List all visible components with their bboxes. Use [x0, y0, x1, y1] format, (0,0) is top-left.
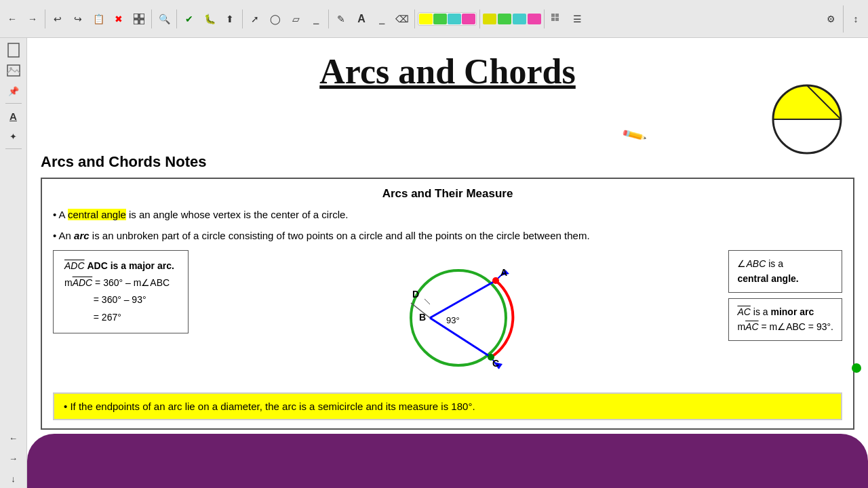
notes-heading: Arcs and Chords Notes: [41, 153, 854, 171]
svg-rect-3: [140, 20, 144, 24]
menu-button[interactable]: ☰: [568, 9, 587, 28]
grid-button[interactable]: [130, 9, 149, 28]
sidebar-image-icon[interactable]: [4, 61, 23, 80]
cursor-tool[interactable]: ➚: [245, 9, 264, 28]
angle-box: ∠ABC is a central angle.: [728, 250, 842, 293]
svg-rect-2: [134, 20, 138, 24]
shape-tool[interactable]: ▱: [286, 9, 305, 28]
svg-rect-5: [555, 14, 559, 17]
sep3: [176, 9, 177, 28]
slide-title: Arcs and Chords: [27, 52, 868, 92]
svg-rect-8: [8, 43, 19, 57]
svg-line-29: [425, 299, 430, 304]
sep4: [242, 9, 243, 28]
svg-text:93°: 93°: [446, 315, 460, 325]
svg-rect-1: [140, 14, 144, 18]
bullet2-post: is an unbroken part of a circle consisti…: [90, 230, 590, 241]
main-content: Arcs and Chords ✏️ Arcs and Chords Notes: [27, 38, 868, 488]
sb-sep2: [5, 148, 22, 149]
arc-left-line3: = 360° – 93°: [64, 291, 177, 308]
pen-tool[interactable]: ✎: [332, 9, 351, 28]
sidebar-star-icon[interactable]: ✦: [4, 127, 23, 146]
diagram-area: ADC ADC is a major arc. mADC = 360° – m∠…: [53, 250, 842, 386]
notes-section: Arcs and Chords Notes Arcs and Their Mea…: [41, 153, 854, 430]
upload-button[interactable]: ⬆: [220, 9, 239, 28]
bullet-1: • A central angle is an angle whose vert…: [53, 207, 842, 223]
bug-button[interactable]: 🐛: [200, 9, 219, 28]
sep2: [151, 9, 152, 28]
sep5: [328, 9, 329, 28]
sidebar: 📌 A ✦ ← → ↓: [0, 38, 27, 488]
nav-left-button[interactable]: ←: [4, 428, 23, 447]
right-boxes: ∠ABC is a central angle. AC is a minor a…: [728, 250, 842, 341]
zoom-button[interactable]: 🔍: [155, 9, 174, 28]
color-cyan2[interactable]: [513, 14, 526, 24]
svg-rect-4: [551, 14, 555, 17]
settings-button[interactable]: ⚙: [821, 9, 840, 28]
svg-rect-6: [551, 18, 555, 21]
bullet2-bold: arc: [74, 230, 90, 241]
nav-right-button[interactable]: →: [4, 449, 23, 468]
svg-text:B: B: [419, 312, 426, 323]
sep6: [414, 9, 415, 28]
arc-left-line4: = 267°: [64, 309, 177, 326]
sidebar-pin-icon[interactable]: 📌: [4, 81, 23, 100]
delete-button[interactable]: ✖: [109, 9, 128, 28]
sidebar-text-icon[interactable]: A: [4, 106, 23, 125]
purple-bar: [27, 434, 868, 488]
forward-button[interactable]: →: [23, 9, 42, 28]
sep7: [479, 9, 480, 28]
redo-button[interactable]: ↪: [68, 9, 87, 28]
color-group: [418, 12, 477, 26]
color-pink[interactable]: [462, 14, 475, 24]
bullet2-pre: • An: [53, 230, 74, 241]
arc-left-line2: mADC = 360° – m∠ABC: [64, 274, 177, 291]
circle-svg-diagram: A B C D 93°: [195, 250, 722, 386]
check-button[interactable]: ✔: [180, 9, 199, 28]
angle-box-line1: ∠ABC is a: [737, 256, 833, 271]
line-draw-tool[interactable]: ⎯: [372, 9, 391, 28]
line-tool[interactable]: ⎯: [307, 9, 326, 28]
svg-rect-0: [134, 14, 138, 18]
sep8: [544, 9, 545, 28]
color-yellow2[interactable]: [483, 14, 496, 24]
angle-box-line2: central angle.: [737, 271, 833, 286]
svg-rect-7: [555, 18, 559, 21]
text-tool[interactable]: A: [352, 9, 371, 28]
pencil-icon: ✏️: [620, 122, 648, 148]
copy-button[interactable]: 📋: [89, 9, 108, 28]
arc-left-line1: ADC ADC is a major arc.: [64, 258, 177, 274]
color-green2[interactable]: [498, 14, 511, 24]
color-yellow[interactable]: [419, 14, 433, 24]
svg-line-16: [430, 318, 491, 357]
svg-text:A: A: [500, 267, 507, 278]
undo-button[interactable]: ↩: [48, 9, 67, 28]
sidebar-page-icon[interactable]: [4, 41, 23, 60]
bottom-note: • If the endpoints of an arc lie on a di…: [53, 392, 842, 420]
bullet1-post: is an angle whose vertex is the center o…: [126, 209, 349, 220]
svg-text:C: C: [492, 358, 499, 369]
slide: Arcs and Chords ✏️ Arcs and Chords Notes: [27, 38, 868, 488]
nav-down-button[interactable]: ↓: [4, 469, 23, 488]
bullet1-pre: • A: [53, 209, 68, 220]
color-cyan[interactable]: [448, 14, 461, 24]
circle-tool[interactable]: ◯: [266, 9, 285, 28]
grid2-button[interactable]: [547, 9, 566, 28]
svg-line-15: [430, 281, 496, 318]
back-button[interactable]: ←: [3, 9, 22, 28]
box-header: Arcs and Their Measure: [53, 187, 842, 201]
top-circle-diagram: [766, 79, 848, 160]
erase-tool[interactable]: ⌫: [393, 9, 412, 28]
arc-right-box: AC is a minor arc mAC = m∠ABC = 93°.: [728, 298, 842, 341]
svg-point-22: [492, 277, 499, 284]
green-dot: [852, 363, 861, 373]
svg-text:D: D: [412, 289, 419, 300]
sb-sep1: [5, 103, 22, 104]
color-green[interactable]: [433, 14, 447, 24]
resize-button[interactable]: ↕: [846, 9, 865, 28]
toolbar: ← → ↩ ↪ 📋 ✖ 🔍 ✔ 🐛 ⬆ ➚ ◯ ▱ ⎯ ✎ A ⎯ ⌫ ☰ ⚙ …: [0, 0, 868, 38]
color-pink2[interactable]: [528, 14, 541, 24]
content-box: Arcs and Their Measure • A central angle…: [41, 178, 854, 430]
bullet1-highlight: central angle: [68, 209, 126, 220]
bullet-2: • An arc is an unbroken part of a circle…: [53, 228, 842, 244]
